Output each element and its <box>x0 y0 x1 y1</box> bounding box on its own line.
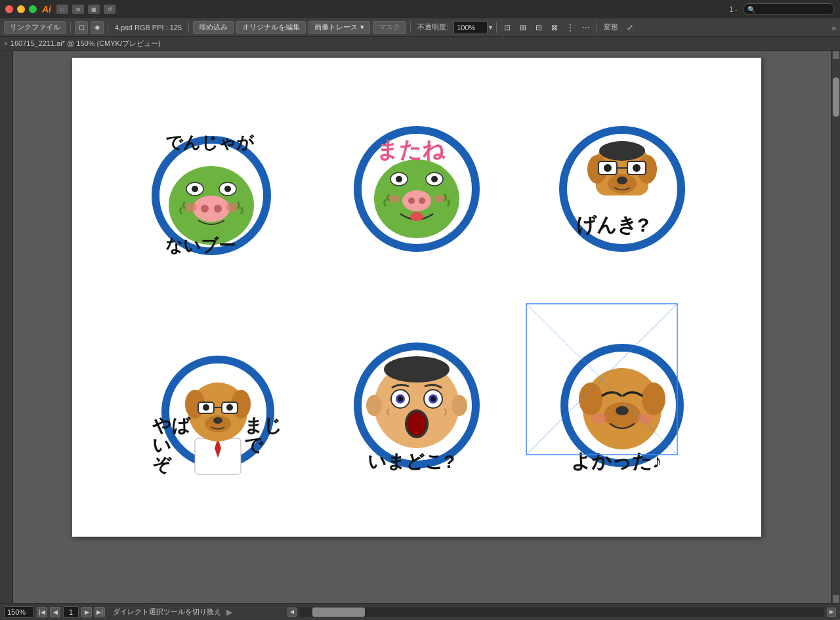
scrollbar-thumb[interactable] <box>833 77 839 117</box>
bottom-right-area: ◀ ▶ <box>287 608 836 617</box>
svg-point-83 <box>616 406 629 415</box>
sticker-4[interactable]: やば い ぞ まじ で <box>112 300 310 510</box>
align-icon-6[interactable]: ⋯ <box>579 21 593 34</box>
svg-point-85 <box>637 413 653 424</box>
svg-text:まじ: まじ <box>244 415 282 436</box>
svg-text:で: で <box>244 435 264 455</box>
nav-next-button[interactable]: ▶ <box>81 607 92 617</box>
separator-6 <box>597 22 597 33</box>
icon-grid[interactable]: ▦ <box>88 5 100 14</box>
embed-icon-2[interactable]: ◈ <box>91 21 104 34</box>
align-icon-2[interactable]: ⊞ <box>516 21 530 34</box>
svg-point-71 <box>430 396 436 402</box>
sticker-1-svg: でんじゃが ないブー <box>133 110 290 268</box>
svg-point-63 <box>384 356 450 382</box>
sticker-1[interactable]: でんじゃが ないブー <box>112 84 310 294</box>
nav-last-button[interactable]: ▶| <box>94 607 105 617</box>
svg-text:いまどこ?: いまどこ? <box>368 451 455 472</box>
mask-button[interactable]: マスク <box>373 21 406 34</box>
svg-text:げんき?: げんき? <box>576 214 649 236</box>
sticker-4-svg: やば い ぞ まじ で <box>133 327 290 484</box>
sticker-6[interactable]: よかった♪ <box>523 300 722 510</box>
opacity-arrow[interactable]: ▾ <box>489 24 492 31</box>
sticker-2-svg: またね <box>338 110 495 268</box>
icon-st[interactable]: St <box>72 5 84 14</box>
left-toolbar <box>0 51 13 603</box>
svg-text:またね: またね <box>376 137 446 162</box>
sticker-2[interactable]: またね <box>317 84 516 294</box>
svg-point-27 <box>388 195 400 203</box>
svg-point-6 <box>192 186 198 192</box>
right-scrollbar[interactable] <box>831 51 840 603</box>
scrollbar-down[interactable] <box>833 595 839 603</box>
separator-4 <box>410 22 411 33</box>
h-scrollbar-thumb[interactable] <box>312 608 365 617</box>
svg-point-8 <box>193 196 230 222</box>
title-bar-right: 1 - 🔍 <box>729 3 835 15</box>
svg-point-38 <box>633 164 640 172</box>
maximize-button[interactable] <box>29 5 37 13</box>
svg-point-11 <box>184 203 197 212</box>
separator-3 <box>188 22 189 33</box>
status-arrow[interactable]: ▶ <box>226 608 232 617</box>
sticker-5[interactable]: いまどこ? <box>317 300 516 510</box>
svg-text:でんじゃが: でんじゃが <box>165 133 255 152</box>
menu-bar: リンクファイル ◻ ◈ 4.psd RGB PPI : 125 埋め込み オリジ… <box>0 18 840 37</box>
menu-right-expand[interactable]: » <box>831 22 836 33</box>
svg-text:よかった♪: よかった♪ <box>571 450 662 472</box>
svg-point-7 <box>224 186 231 192</box>
align-icon-4[interactable]: ⊠ <box>548 21 561 34</box>
app-name: Ai <box>42 4 51 14</box>
separator-2 <box>108 22 108 33</box>
transform-icon[interactable]: ⤢ <box>623 21 637 34</box>
tab-close-icon[interactable]: × <box>4 40 8 47</box>
svg-point-28 <box>434 195 446 203</box>
transform-label: 変形 <box>601 22 621 32</box>
svg-text:ないブー: ないブー <box>165 236 236 255</box>
sticker-3[interactable]: げんき? <box>523 84 722 294</box>
svg-point-10 <box>214 205 222 213</box>
tab-label: 160715_2211.ai* @ 150% (CMYK/プレビュー) <box>10 39 161 49</box>
trace-arrow: ▾ <box>360 23 364 31</box>
svg-point-26 <box>410 212 423 221</box>
zoom-input[interactable] <box>4 606 34 618</box>
svg-point-22 <box>431 176 438 182</box>
svg-point-53 <box>226 404 233 411</box>
svg-text:やば: やば <box>152 415 191 436</box>
tab-bar: × 160715_2211.ai* @ 150% (CMYK/プレビュー) <box>0 37 840 51</box>
align-icon-3[interactable]: ⊟ <box>532 21 545 34</box>
status-text: ダイレクト選択ツールを切り換え <box>113 607 221 617</box>
search-icon: 🔍 <box>747 6 755 13</box>
nav-prev-button[interactable]: ◀ <box>50 607 60 617</box>
image-trace-button[interactable]: 画像トレース ▾ <box>308 21 370 34</box>
search-box[interactable]: 🔍 <box>743 3 835 15</box>
align-icon-5[interactable]: ⋮ <box>564 21 577 34</box>
svg-point-55 <box>213 417 222 424</box>
close-button[interactable] <box>5 5 13 13</box>
link-file-button[interactable]: リンクファイル <box>4 21 66 34</box>
minimize-button[interactable] <box>17 5 25 13</box>
icon-undo[interactable]: ↺ <box>104 5 116 14</box>
bottom-bar: |◀ ◀ ▶ ▶| ダイレクト選択ツールを切り換え ▶ ◀ ▶ <box>0 603 840 620</box>
svg-point-40 <box>617 176 627 184</box>
icon-doc[interactable]: □ <box>56 5 68 14</box>
embed-button[interactable]: 埋め込み <box>193 21 234 34</box>
svg-point-64 <box>366 395 382 416</box>
nav-first-button[interactable]: |◀ <box>37 607 47 617</box>
svg-point-81 <box>642 382 665 415</box>
horizontal-scrollbar[interactable] <box>299 608 824 617</box>
bottom-scroll-right[interactable]: ▶ <box>827 608 836 617</box>
sticker-5-svg: いまどこ? <box>338 327 495 484</box>
traffic-lights <box>5 5 37 13</box>
bottom-scroll-left[interactable]: ◀ <box>287 608 297 617</box>
align-icon-1[interactable]: ⊡ <box>501 21 514 34</box>
svg-point-23 <box>402 190 431 211</box>
page-input[interactable] <box>63 606 79 618</box>
canvas-page: でんじゃが ないブー <box>72 58 761 537</box>
embed-icon-1[interactable]: ◻ <box>75 21 88 34</box>
opacity-input[interactable] <box>453 21 488 34</box>
separator-1 <box>70 22 71 33</box>
edit-original-button[interactable]: オリジナルを編集 <box>236 21 306 34</box>
scrollbar-up[interactable] <box>833 51 839 59</box>
canvas-area[interactable]: でんじゃが ないブー <box>13 51 831 603</box>
